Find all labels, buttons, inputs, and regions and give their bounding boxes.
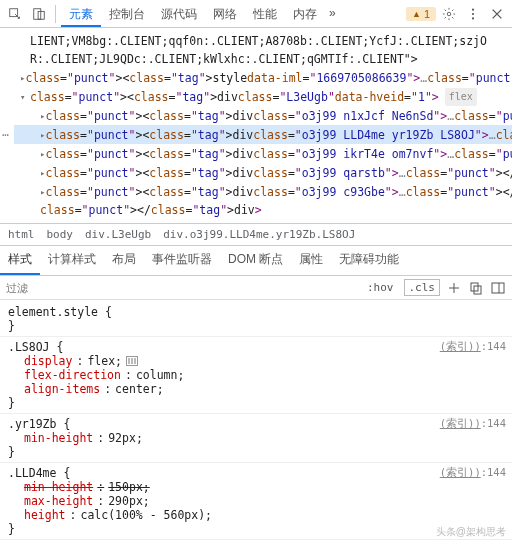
stab-layout[interactable]: 布局 <box>104 246 144 275</box>
crumb[interactable]: div.L3eUgb <box>85 228 151 241</box>
css-declaration[interactable]: flex-direction: column; <box>8 368 506 382</box>
dom-node[interactable]: class="punct"><class="tag">style data-im… <box>14 68 512 87</box>
css-rule[interactable]: element.style {} <box>0 302 512 337</box>
styles-pane[interactable]: element.style {}.LS8OJ {(索引)):144display… <box>0 300 512 543</box>
svg-point-3 <box>447 12 451 16</box>
tab-elements[interactable]: 元素 <box>61 0 101 27</box>
source-link[interactable]: (索引)):144 <box>440 466 506 480</box>
dom-node[interactable]: class="punct"></class="tag">div> <box>14 201 512 219</box>
css-declaration[interactable]: max-height: 290px; <box>8 494 506 508</box>
css-declaration[interactable]: min-height: 150px; <box>8 480 506 494</box>
css-rule[interactable]: .yr19Zb {(索引)):144min-height: 92px;} <box>0 414 512 463</box>
stab-a11y[interactable]: 无障碍功能 <box>331 246 407 275</box>
dom-text-node[interactable]: LIENT;VM8bg:.CLIENT;qqf0n:.CLIENT;A8708b… <box>14 32 512 68</box>
cls-toggle[interactable]: .cls <box>404 279 441 296</box>
crumb[interactable]: div.o3j99.LLD4me.yr19Zb.LS8OJ <box>163 228 355 241</box>
warnings-badge[interactable]: 1 <box>406 7 436 21</box>
hov-toggle[interactable]: :hov <box>363 280 398 295</box>
stab-computed[interactable]: 计算样式 <box>40 246 104 275</box>
filter-input[interactable] <box>6 282 357 294</box>
dom-node[interactable]: class="punct"><class="tag">div class="L3… <box>14 87 512 106</box>
stab-dombreak[interactable]: DOM 断点 <box>220 246 291 275</box>
close-icon[interactable] <box>486 3 508 25</box>
stab-styles[interactable]: 样式 <box>0 246 40 275</box>
crumb[interactable]: html <box>8 228 35 241</box>
kebab-icon[interactable] <box>462 3 484 25</box>
styles-tabs: 样式 计算样式 布局 事件监听器 DOM 断点 属性 无障碍功能 <box>0 245 512 276</box>
device-toggle-icon[interactable] <box>28 3 50 25</box>
dom-node[interactable]: class="punct"><class="tag">div class="o3… <box>14 106 512 125</box>
expand-arrow-icon[interactable] <box>20 87 30 106</box>
sidebar-toggle-icon[interactable] <box>490 280 506 296</box>
source-link[interactable]: (索引)):144 <box>440 417 506 431</box>
css-rule[interactable]: .LS8OJ {(索引)):144display: flex; flex-dir… <box>0 337 512 414</box>
tab-performance[interactable]: 性能 <box>245 0 285 27</box>
selector[interactable]: element.style { <box>8 305 112 319</box>
panel-tabs: 元素 控制台 源代码 网络 性能 内存 » <box>61 0 400 27</box>
svg-rect-1 <box>34 8 41 19</box>
tab-console[interactable]: 控制台 <box>101 0 153 27</box>
dom-node[interactable]: class="punct"><class="tag">div class="o3… <box>14 125 512 144</box>
flex-editor-icon[interactable] <box>126 356 138 366</box>
css-declaration[interactable]: min-height: 92px; <box>8 431 506 445</box>
svg-point-5 <box>472 12 474 14</box>
dom-node[interactable]: class="punct"><class="tag">div class="o3… <box>14 144 512 163</box>
stab-props[interactable]: 属性 <box>291 246 331 275</box>
dom-node[interactable]: class="punct"><class="tag">div class="o3… <box>14 163 512 182</box>
breadcrumb: html body div.L3eUgb div.o3j99.LLD4me.yr… <box>0 223 512 245</box>
css-declaration[interactable]: align-items: center; <box>8 382 506 396</box>
css-declaration[interactable]: height: calc(100% - 560px); <box>8 508 506 522</box>
stab-listeners[interactable]: 事件监听器 <box>144 246 220 275</box>
watermark: 头条@架构思考 <box>436 525 506 539</box>
crumb[interactable]: body <box>47 228 74 241</box>
selector[interactable]: .LLD4me { <box>8 466 70 480</box>
inspect-icon[interactable] <box>4 3 26 25</box>
svg-point-6 <box>472 17 474 19</box>
selector[interactable]: .yr19Zb { <box>8 417 70 431</box>
plus-icon[interactable] <box>446 280 462 296</box>
css-declaration[interactable]: display: flex; <box>8 354 506 368</box>
dom-node[interactable]: class="punct"><class="tag">div class="o3… <box>14 182 512 201</box>
svg-point-4 <box>472 8 474 10</box>
tab-more[interactable]: » <box>325 0 340 27</box>
dom-tree[interactable]: LIENT;VM8bg:.CLIENT;qqf0n:.CLIENT;A8708b… <box>0 28 512 223</box>
tab-sources[interactable]: 源代码 <box>153 0 205 27</box>
selector[interactable]: .LS8OJ { <box>8 340 63 354</box>
gear-icon[interactable] <box>438 3 460 25</box>
copy-icon[interactable] <box>468 280 484 296</box>
tab-memory[interactable]: 内存 <box>285 0 325 27</box>
layout-hint: flex <box>445 88 477 106</box>
divider <box>55 5 56 23</box>
source-link[interactable]: (索引)):144 <box>440 340 506 354</box>
tab-network[interactable]: 网络 <box>205 0 245 27</box>
svg-rect-9 <box>492 283 504 293</box>
styles-filter-bar: :hov .cls <box>0 276 512 300</box>
devtools-toolbar: 元素 控制台 源代码 网络 性能 内存 » 1 <box>0 0 512 28</box>
